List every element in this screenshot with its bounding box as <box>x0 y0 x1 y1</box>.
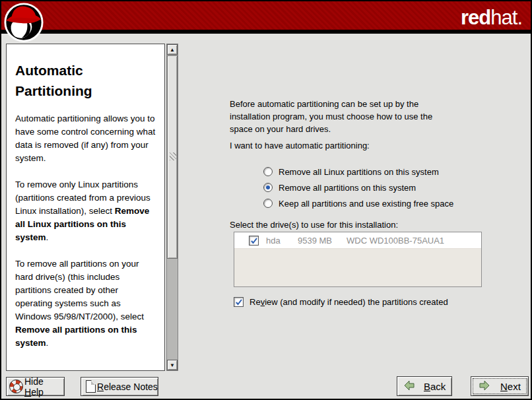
scrollbar-grip-icon <box>170 152 176 160</box>
back-label: Back <box>424 381 446 392</box>
release-notes-label: Release Notes <box>97 382 158 392</box>
radio-keep-all-partitions[interactable]: Keep all partitions and use existing fre… <box>263 195 453 211</box>
redhat-shadowman-logo-icon <box>3 2 44 46</box>
release-notes-post: elease Notes <box>104 382 158 392</box>
help-paragraph-2: To remove only Linux partitions (partiti… <box>15 178 157 244</box>
hide-help-post: elp <box>31 387 44 397</box>
scrollbar-thumb[interactable] <box>167 55 178 259</box>
redhat-wordmark: redhat. <box>461 6 522 30</box>
help-paragraph-3-text: To remove all partitions on your hard dr… <box>15 259 144 321</box>
help-paragraph-2-period: . <box>46 232 49 242</box>
review-label-pre: Re <box>249 297 261 307</box>
hide-help-accel: H <box>24 387 31 397</box>
hide-help-pre: Hide <box>24 376 44 387</box>
drive-model: WDC WD100BB-75AUA1 <box>347 236 444 246</box>
review-label-post: iew (and modify if needed) the partition… <box>265 297 448 307</box>
radio-button-icon[interactable] <box>263 167 273 176</box>
drive-device: hda <box>266 236 288 246</box>
radio-label[interactable]: Remove all partitions on this system <box>279 183 416 193</box>
header-bar <box>1 1 531 34</box>
hide-help-label: Hide Help <box>24 376 64 397</box>
help-panel: Automatic Partitioning Automatic partiti… <box>6 44 165 371</box>
back-button[interactable]: Back <box>397 376 452 396</box>
help-paragraph-3-period: . <box>46 338 49 348</box>
wordmark-hat: hat <box>490 6 517 29</box>
back-arrow-icon <box>404 380 415 393</box>
help-title: Automatic Partitioning <box>15 60 157 101</box>
radio-button-selected-icon[interactable] <box>263 183 273 192</box>
wordmark-dot: . <box>517 6 522 29</box>
help-paragraph-3-bold: Remove all partitions on this system <box>15 325 137 348</box>
radio-label[interactable]: Keep all partitions and use existing fre… <box>279 199 453 209</box>
release-notes-accel: R <box>97 382 104 392</box>
review-partitions-option[interactable]: Review (and modify if needed) the partit… <box>234 297 448 307</box>
back-accel: B <box>424 381 430 392</box>
next-accel: N <box>500 381 508 392</box>
up-arrow-icon: ▲ <box>170 47 175 53</box>
wordmark-red: red <box>461 6 490 29</box>
drive-select-label: Select the drive(s) to use for this inst… <box>230 220 398 230</box>
down-arrow-icon: ▼ <box>170 362 175 368</box>
help-scrollbar[interactable]: ▲ ▼ <box>166 44 178 371</box>
review-checkbox[interactable] <box>234 297 244 307</box>
help-lifering-icon <box>9 380 23 393</box>
radio-button-icon[interactable] <box>263 199 273 208</box>
drive-checkbox[interactable] <box>249 236 259 246</box>
help-paragraph-1: Automatic partitioning allows you to hav… <box>15 112 157 165</box>
radio-remove-linux-partitions[interactable]: Remove all Linux partitions on this syst… <box>263 164 453 180</box>
back-post: ack <box>430 381 446 392</box>
next-post: ext <box>508 381 521 392</box>
release-notes-button[interactable]: Release Notes <box>81 377 158 396</box>
radio-remove-all-partitions[interactable]: Remove all partitions on this system <box>263 180 453 195</box>
partitioning-radio-group: Remove all Linux partitions on this syst… <box>263 164 453 211</box>
next-label: Next <box>500 381 521 392</box>
scroll-up-button[interactable]: ▲ <box>167 44 178 55</box>
scroll-down-button[interactable]: ▼ <box>167 360 178 370</box>
drive-list[interactable]: hda 9539 MB WDC WD100BB-75AUA1 <box>234 232 482 287</box>
installer-window: redhat. Automatic Partitioning Automatic… <box>0 0 532 400</box>
drive-row-hda[interactable]: hda 9539 MB WDC WD100BB-75AUA1 <box>234 232 481 249</box>
next-button[interactable]: Next <box>471 376 529 396</box>
hide-help-button[interactable]: Hide Help <box>6 377 65 396</box>
drive-size: 9539 MB <box>298 236 341 246</box>
document-icon <box>86 380 96 393</box>
partitioning-prompt: I want to have automatic partitioning: <box>230 141 370 150</box>
help-paragraph-3: To remove all partitions on your hard dr… <box>15 257 157 350</box>
next-arrow-icon <box>479 380 490 393</box>
review-label[interactable]: Review (and modify if needed) the partit… <box>249 297 448 307</box>
intro-text: Before automatic partitioning can be set… <box>230 98 455 135</box>
radio-label[interactable]: Remove all Linux partitions on this syst… <box>279 167 439 177</box>
